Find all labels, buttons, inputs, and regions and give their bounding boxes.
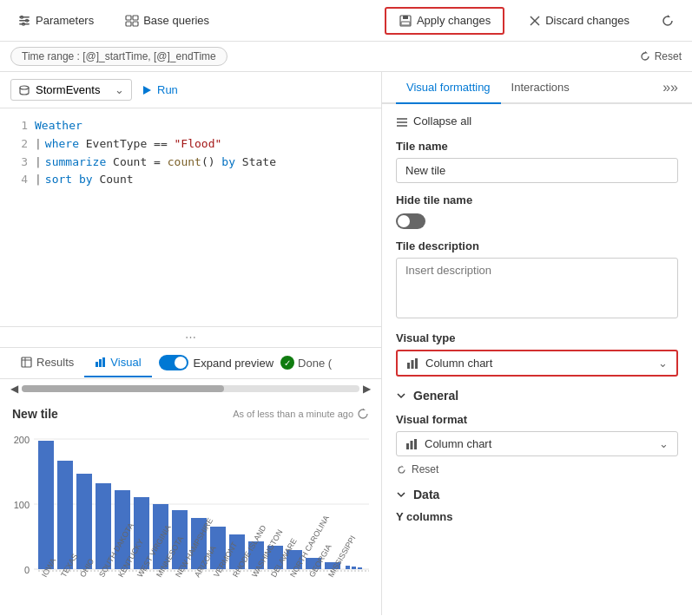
scroll-right-arrow[interactable]: ▶ <box>359 381 374 396</box>
code-line-4: 4 |sort by Count <box>10 171 371 189</box>
tile-description-label: Tile description <box>396 239 678 252</box>
run-icon <box>141 84 153 96</box>
column-chart-icon <box>406 357 418 370</box>
refresh-button[interactable] <box>654 10 682 31</box>
right-tabs: Visual formatting Interactions »» <box>382 72 692 104</box>
reset-icon <box>639 50 651 62</box>
visual-type-value: Column chart <box>425 357 492 370</box>
collapse-all-label: Collapse all <box>413 115 471 128</box>
horizontal-scrollbar[interactable] <box>22 385 359 392</box>
tile-name-label: Tile name <box>396 140 678 153</box>
svg-rect-11 <box>403 16 408 19</box>
reset-button[interactable]: Reset <box>639 50 682 62</box>
collapse-all-button[interactable]: Collapse all <box>396 115 678 128</box>
svg-rect-68 <box>407 363 410 369</box>
svg-rect-47 <box>358 567 362 569</box>
done-label: Done ( <box>298 357 332 370</box>
svg-rect-29 <box>38 441 54 569</box>
svg-rect-12 <box>401 22 410 25</box>
svg-text:200: 200 <box>14 435 30 445</box>
main-layout: StormEvents ⌄ Run 1 Weather 2 |where Eve… <box>0 72 692 615</box>
parameters-label: Parameters <box>36 14 94 27</box>
right-panel: Visual formatting Interactions »» Collap… <box>382 72 692 615</box>
chart-title-row: New tile As of less than a minute ago <box>12 407 369 421</box>
svg-rect-22 <box>102 357 105 367</box>
code-editor[interactable]: 1 Weather 2 |where EventType == "Flood" … <box>0 108 381 326</box>
tile-name-input[interactable] <box>396 158 678 183</box>
chart-timestamp: As of less than a minute ago <box>233 408 369 420</box>
hide-tile-toggle[interactable] <box>396 213 425 229</box>
scroll-left-arrow[interactable]: ◀ <box>7 381 22 396</box>
visual-icon <box>95 357 106 368</box>
drag-handle[interactable]: ⋯ <box>0 326 381 348</box>
chart-area: New tile As of less than a minute ago 20… <box>0 398 381 616</box>
done-badge: ✓ Done ( <box>280 356 332 370</box>
svg-text:0: 0 <box>24 565 30 575</box>
visual-type-select[interactable]: Column chart ⌄ <box>396 350 678 377</box>
expand-preview-label: Expand preview <box>194 357 274 370</box>
toolbar: Parameters Base queries Apply changes Di… <box>0 0 692 42</box>
right-content: Collapse all Tile name Hide tile name Ti… <box>382 104 692 615</box>
svg-point-15 <box>20 86 29 89</box>
svg-rect-46 <box>352 567 356 569</box>
svg-rect-69 <box>412 360 414 369</box>
save-icon <box>399 14 412 28</box>
results-icon <box>21 357 32 368</box>
code-line-1: 1 Weather <box>10 117 371 135</box>
tab-visual[interactable]: Visual <box>84 349 151 377</box>
visual-type-label: Visual type <box>396 331 678 344</box>
reset-small-icon <box>396 464 407 475</box>
general-section-label: General <box>413 389 458 403</box>
tab-results[interactable]: Results <box>10 349 84 377</box>
data-section-header[interactable]: Data <box>396 488 678 501</box>
database-selector[interactable]: StormEvents ⌄ <box>10 79 132 101</box>
tabs-bar: Results Visual Expand preview ✓ <box>0 348 381 379</box>
reset-small-button[interactable]: Reset <box>396 463 678 475</box>
time-range-pill[interactable]: Time range : [@]_startTime, [@]_endTime <box>10 47 227 66</box>
run-button[interactable]: Run <box>141 83 178 96</box>
reset-label: Reset <box>655 50 682 62</box>
base-queries-label: Base queries <box>143 14 209 27</box>
data-chevron-down-icon <box>396 489 406 500</box>
svg-rect-6 <box>126 16 131 20</box>
expand-preview-toggle[interactable]: Expand preview <box>159 355 274 370</box>
svg-rect-70 <box>415 358 418 369</box>
code-line-3: 3 |summarize Count = count() by State <box>10 154 371 172</box>
data-section-label: Data <box>413 488 439 501</box>
time-range-label: Time range : <box>22 50 80 62</box>
y-columns-label: Y columns <box>396 510 678 523</box>
expand-panel-button[interactable]: »» <box>662 80 678 95</box>
chart-svg-container: 200 100 0 <box>12 426 369 616</box>
collapse-icon <box>396 115 408 128</box>
base-queries-button[interactable]: Base queries <box>118 10 216 31</box>
visual-format-chevron-icon: ⌄ <box>659 437 669 450</box>
tab-results-label: Results <box>36 356 74 369</box>
database-name: StormEvents <box>36 83 100 96</box>
run-label: Run <box>157 83 178 96</box>
refresh-chart-icon[interactable] <box>357 408 369 420</box>
svg-rect-71 <box>406 443 409 449</box>
done-icon: ✓ <box>280 356 294 370</box>
interactions-label: Interactions <box>511 81 570 94</box>
svg-rect-73 <box>414 439 417 449</box>
apply-changes-button[interactable]: Apply changes <box>385 7 504 35</box>
parameters-button[interactable]: Parameters <box>10 10 101 31</box>
tab-interactions[interactable]: Interactions <box>501 72 580 104</box>
tab-visual-formatting[interactable]: Visual formatting <box>396 72 501 104</box>
discard-changes-button[interactable]: Discard changes <box>522 9 636 32</box>
tile-description-input[interactable] <box>396 258 678 318</box>
svg-rect-17 <box>22 357 31 367</box>
svg-text:100: 100 <box>14 500 30 510</box>
discard-changes-label: Discard changes <box>545 14 629 27</box>
visual-formatting-label: Visual formatting <box>406 81 491 94</box>
svg-text:MISSISSIPPI: MISSISSIPPI <box>326 534 357 578</box>
apply-changes-label: Apply changes <box>417 14 491 27</box>
general-section-header[interactable]: General <box>396 389 678 403</box>
parameters-icon <box>17 14 31 28</box>
toggle-switch[interactable] <box>159 355 188 370</box>
visual-format-select[interactable]: Column chart ⌄ <box>396 431 678 456</box>
visual-format-label: Visual format <box>396 413 678 426</box>
svg-rect-72 <box>411 441 413 449</box>
toggle-thumb <box>175 357 187 369</box>
visual-format-icon <box>405 438 418 450</box>
